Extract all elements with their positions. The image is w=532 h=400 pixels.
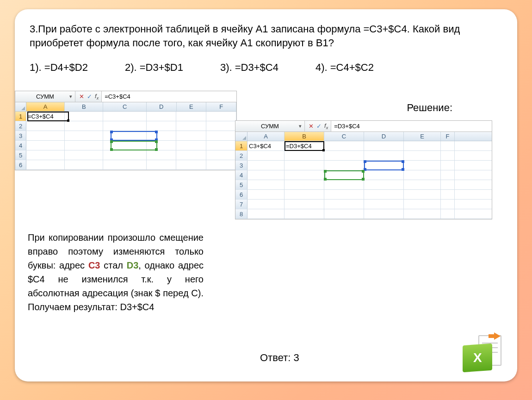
cell-A1[interactable]: C3+$C4: [247, 141, 285, 150]
row-header-4[interactable]: 4: [15, 141, 26, 150]
row-header-2[interactable]: 2: [235, 151, 247, 160]
formula-value[interactable]: =D3+$C4: [331, 121, 492, 131]
formula-bar: СУММ ✕ ✓ f =D3+$C4: [235, 121, 492, 132]
confirm-icon[interactable]: ✓: [87, 93, 92, 100]
col-header-A[interactable]: A: [26, 102, 65, 111]
col-header-B[interactable]: B: [285, 132, 324, 141]
row-header-5[interactable]: 5: [235, 180, 247, 189]
col-header-E[interactable]: E: [404, 132, 441, 141]
spreadsheet-grid[interactable]: A B C D E F 1 =C3+$C4 2 3 4 5 6: [15, 102, 236, 170]
row-header-4[interactable]: 4: [235, 170, 247, 180]
slide-card: 3.При работе с электронной таблицей в яч…: [15, 9, 517, 381]
col-header-D[interactable]: D: [147, 102, 177, 111]
col-header-C[interactable]: C: [324, 132, 364, 141]
option-1: 1). =D4+$D2: [30, 62, 88, 74]
active-cell-border: [27, 112, 69, 121]
excel-screenshot-1: СУММ ✕ ✓ f =C3+$C4 A B C D E F 1 =C3+$C4: [15, 91, 237, 170]
excel-logo-icon: X: [463, 332, 501, 371]
fx-icon[interactable]: f: [95, 93, 99, 101]
col-header-C[interactable]: C: [103, 102, 146, 111]
cancel-icon[interactable]: ✕: [309, 123, 314, 130]
formula-bar-buttons[interactable]: ✕ ✓ f: [76, 91, 102, 102]
ref-C4-highlight: [324, 170, 364, 180]
cell-F1[interactable]: [206, 112, 236, 121]
ref-C3-highlight: [111, 131, 157, 141]
cell-D1[interactable]: [147, 112, 177, 121]
question-text: 3.При работе с электронной таблицей в яч…: [30, 22, 502, 50]
confirm-icon[interactable]: ✓: [316, 123, 322, 130]
row-header-7[interactable]: 7: [235, 200, 247, 209]
name-box[interactable]: СУММ: [15, 91, 75, 102]
col-header-A[interactable]: A: [247, 132, 285, 141]
row-header-5[interactable]: 5: [15, 150, 26, 160]
col-header-F[interactable]: F: [206, 102, 236, 111]
spreadsheet-grid[interactable]: A B C D E F 1 C3+$C4 =D3+$C4 2 3 4 5 6 7…: [235, 132, 492, 219]
select-all-corner[interactable]: [15, 102, 26, 111]
col-header-D[interactable]: D: [364, 132, 404, 141]
explanation-text: При копировании произошло смещение вправ…: [28, 231, 204, 314]
row-header-6[interactable]: 6: [235, 190, 247, 199]
ref-C4-highlight: [111, 141, 157, 150]
option-4: 4). =C4+$C2: [315, 62, 374, 74]
arrow-icon: [494, 332, 501, 340]
col-header-B[interactable]: B: [65, 102, 103, 111]
select-all-corner[interactable]: [235, 132, 247, 141]
cell-C1[interactable]: [103, 112, 146, 121]
ref-D3-highlight: [364, 161, 404, 170]
highlight-C3: С3: [88, 260, 100, 270]
row-header-2[interactable]: 2: [15, 121, 26, 131]
cell-E1[interactable]: [176, 112, 206, 121]
col-header-F[interactable]: F: [441, 132, 455, 141]
cell-B1[interactable]: [65, 112, 103, 121]
active-cell-border: [285, 141, 324, 151]
name-box[interactable]: СУММ: [235, 121, 305, 131]
row-header-3[interactable]: 3: [15, 131, 26, 140]
option-2: 2). =D3+$D1: [125, 62, 183, 74]
answer-text: Ответ: 3: [260, 352, 299, 364]
row-header-6[interactable]: 6: [15, 160, 26, 169]
cancel-icon[interactable]: ✕: [79, 93, 84, 100]
solution-label: Решение:: [407, 102, 452, 114]
option-3: 3). =D3+$C4: [220, 62, 278, 74]
excel-screenshot-2: СУММ ✕ ✓ f =D3+$C4 A B C D E F 1 C3+$C4 …: [235, 120, 492, 219]
row-header-1[interactable]: 1: [235, 141, 247, 150]
formula-bar: СУММ ✕ ✓ f =C3+$C4: [15, 91, 236, 102]
options-row: 1). =D4+$D2 2). =D3+$D1 3). =D3+$C4 4). …: [30, 62, 502, 74]
formula-value[interactable]: =C3+$C4: [102, 91, 236, 102]
col-header-E[interactable]: E: [177, 102, 207, 111]
highlight-D3: D3: [127, 260, 139, 270]
row-header-1[interactable]: 1: [15, 112, 26, 121]
row-header-3[interactable]: 3: [235, 161, 247, 170]
row-header-8[interactable]: 8: [235, 209, 247, 219]
formula-bar-buttons[interactable]: ✕ ✓ f: [306, 121, 331, 131]
fx-icon[interactable]: f: [324, 122, 328, 131]
